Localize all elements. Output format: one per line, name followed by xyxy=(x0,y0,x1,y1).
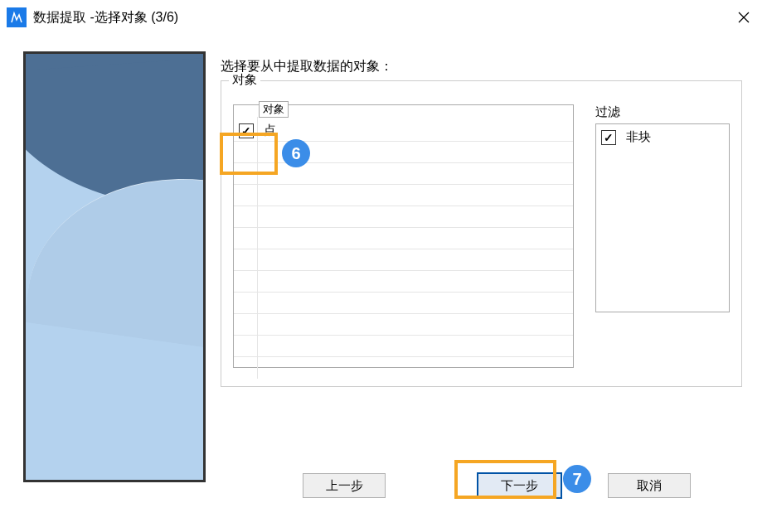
filter-row[interactable]: 非块 xyxy=(601,129,724,145)
close-button[interactable] xyxy=(727,4,760,31)
prev-button[interactable]: 上一步 xyxy=(303,473,386,498)
table-row[interactable]: 点 xyxy=(234,120,573,142)
next-button[interactable]: 下一步 xyxy=(477,472,562,499)
table-row xyxy=(234,314,573,336)
cancel-button[interactable]: 取消 xyxy=(608,473,691,498)
row-checkbox-point[interactable] xyxy=(239,123,254,138)
table-row xyxy=(234,336,573,357)
object-table-header: 对象 xyxy=(259,101,289,118)
filter-group-label: 过滤 xyxy=(595,104,730,120)
content-area: 选择要从中提取数据的对象： 对象 对象 点 xyxy=(0,35,767,499)
table-row xyxy=(234,185,573,206)
column-divider xyxy=(257,117,258,379)
object-group: 对象 对象 点 xyxy=(221,80,742,387)
table-row xyxy=(234,271,573,293)
app-icon xyxy=(7,7,27,27)
preview-panel xyxy=(23,51,206,482)
button-row: 上一步 下一步 取消 xyxy=(303,472,691,499)
table-row xyxy=(234,228,573,249)
filter-checkbox-nonblock[interactable] xyxy=(601,130,616,145)
table-row xyxy=(234,142,573,163)
object-table: 对象 点 xyxy=(233,104,574,368)
table-row xyxy=(234,249,573,271)
row-label: 点 xyxy=(264,123,276,138)
object-group-label: 对象 xyxy=(229,72,260,88)
table-row xyxy=(234,163,573,185)
wizard-preview-image xyxy=(23,51,206,482)
instruction-text: 选择要从中提取数据的对象： xyxy=(221,58,742,75)
table-row xyxy=(234,293,573,314)
titlebar: 数据提取 -选择对象 (3/6) xyxy=(0,0,767,35)
window-title: 数据提取 -选择对象 (3/6) xyxy=(33,9,178,27)
table-row xyxy=(234,206,573,228)
filter-group: 过滤 非块 xyxy=(595,104,730,375)
filter-box: 非块 xyxy=(595,123,730,312)
close-icon xyxy=(738,12,750,23)
right-panel: 选择要从中提取数据的对象： 对象 对象 点 xyxy=(221,51,742,482)
object-table-wrap: 对象 点 xyxy=(233,104,574,375)
filter-row-label: 非块 xyxy=(626,129,651,145)
